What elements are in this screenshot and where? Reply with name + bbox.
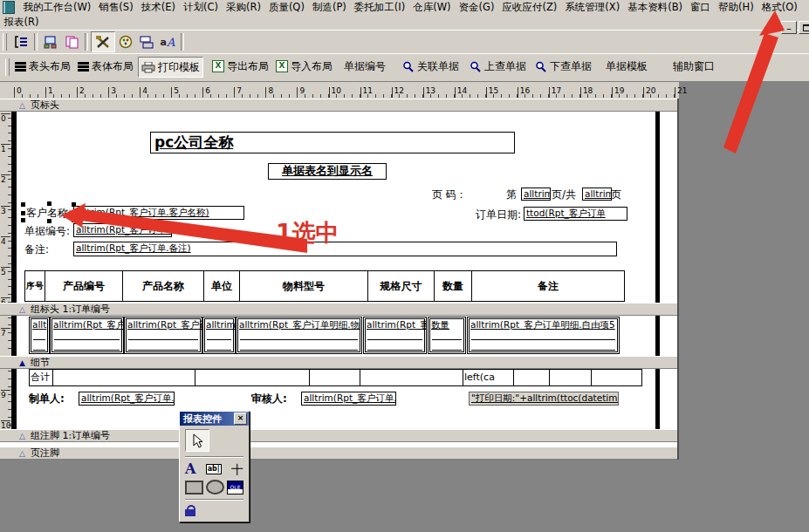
rectangle-tool[interactable]	[185, 481, 203, 494]
detail-cell[interactable]: alltrim(Rpt_客户订	[124, 317, 202, 354]
menu-item-5[interactable]: 质量(Q)	[264, 1, 308, 14]
total-cell[interactable]	[591, 369, 642, 386]
btn-lookup-down[interactable]: 下查单据	[532, 57, 594, 76]
restore-button[interactable]	[799, 21, 809, 34]
line-tool[interactable]: 十	[231, 463, 243, 475]
toolbar-grip[interactable]	[3, 33, 7, 51]
table-header-cell[interactable]: 产品名称	[122, 270, 204, 302]
lock-icon[interactable]	[185, 505, 195, 516]
palette-button[interactable]	[115, 32, 136, 51]
band-page-footer[interactable]: △ 页注脚	[0, 447, 677, 460]
detail-cell[interactable]: alltrim(Rpt_客户	[50, 317, 124, 354]
copy-button[interactable]	[61, 32, 82, 51]
table-header-row[interactable]: 序号 产品编号 产品名称 单位 物料型号 规格尺寸 数量 备注	[24, 270, 625, 302]
toolbar-grip[interactable]	[5, 58, 10, 76]
doc-no-field[interactable]: alltrim(Rpt_客户订单.单据编号)	[73, 223, 172, 237]
font-button[interactable]: aA	[157, 32, 178, 51]
auditor-field[interactable]: alltrim(Rpt_客户订单.审	[301, 392, 396, 406]
total-cell[interactable]	[513, 369, 550, 386]
layout-align-button[interactable]	[136, 32, 157, 51]
band-page-header[interactable]: △ 页标头	[0, 99, 677, 112]
print-date-field[interactable]: "打印日期:"+alltrim(ttoc(datetime	[469, 392, 619, 406]
detail-cell[interactable]: allt	[29, 317, 50, 354]
total-expression-cell[interactable]: left(ca	[463, 369, 514, 386]
table-header-cell[interactable]: 规格尺寸	[367, 270, 435, 302]
selection-handle[interactable]	[21, 202, 25, 207]
collapse-triangle-icon[interactable]: △	[19, 432, 25, 440]
close-icon[interactable]: ×	[234, 413, 247, 425]
btn-lookup-up[interactable]: 上查单据	[467, 57, 529, 76]
total-row[interactable]: 合计 left(ca	[29, 369, 642, 386]
total-cell[interactable]	[549, 369, 592, 386]
menu-item-4[interactable]: 采购(R)	[222, 1, 264, 14]
table-header-cell[interactable]: 物料型号	[239, 270, 368, 302]
menu-item-13[interactable]: 窗口	[687, 1, 715, 14]
selection-handle[interactable]	[21, 211, 25, 215]
collapse-triangle-icon[interactable]: △	[19, 101, 25, 110]
selection-handle[interactable]	[21, 218, 25, 222]
report-design-surface[interactable]: 012345678910 △ 页标头 pc公司全称 单据表名到显示名 页 码： …	[0, 99, 679, 460]
detail-cell[interactable]: alltrim(Rpt_客	[363, 317, 427, 354]
menu-item-11[interactable]: 系统管理(X)	[561, 1, 624, 14]
table-header-cell[interactable]: 产品编号	[45, 270, 123, 302]
pageno-field-2[interactable]: alltrim	[582, 188, 612, 201]
remark-label[interactable]: 备注:	[24, 243, 49, 256]
order-date-field[interactable]: ttod(Rpt_客户订单	[524, 207, 627, 221]
detail-cell[interactable]: 数量	[428, 317, 466, 354]
table-header-cell[interactable]: 序号	[24, 270, 45, 302]
selection-handle[interactable]	[47, 219, 51, 223]
maker-label[interactable]: 制单人:	[29, 392, 65, 405]
table-header-cell[interactable]: 备注	[471, 270, 625, 302]
band-group-footer[interactable]: △ 组注脚 1:订单编号	[0, 429, 677, 442]
ellipse-tool[interactable]	[206, 480, 224, 494]
textfield-tool[interactable]: ab|	[206, 464, 222, 474]
btn-import-layout[interactable]: X 导入布局	[273, 57, 335, 76]
pageno-prefix[interactable]: 第	[506, 188, 517, 201]
band-detail[interactable]: ▲ 细节	[0, 356, 677, 369]
remark-field[interactable]: alltrim(Rpt_客户订单.备注)	[73, 242, 617, 256]
doc-no-label[interactable]: 单据编号:	[24, 225, 70, 237]
total-cell[interactable]	[52, 369, 195, 386]
total-cell[interactable]	[195, 369, 310, 386]
total-cell[interactable]	[309, 369, 360, 386]
customer-field[interactable]: alltrim(Rpt_客户订单.客户名称)	[73, 206, 244, 220]
palette-titlebar[interactable]: 报表控件 ×	[180, 412, 249, 426]
tools-button[interactable]	[91, 31, 115, 52]
menu-item-7[interactable]: 委托加工(I)	[350, 1, 408, 14]
table-header-cell[interactable]: 单位	[203, 270, 240, 302]
pointer-tool[interactable]	[185, 429, 209, 452]
table-header-cell[interactable]: 数量	[434, 270, 472, 302]
btn-header-layout[interactable]: 表头布局	[12, 57, 73, 76]
collapse-triangle-icon[interactable]: ▲	[19, 358, 25, 367]
menu-item-1[interactable]: 销售(S)	[95, 1, 137, 14]
menu-item-15[interactable]: 格式(O)	[758, 1, 801, 14]
datasource-button[interactable]	[40, 32, 61, 51]
order-date-label[interactable]: 订单日期:	[476, 208, 521, 221]
menu-item-report[interactable]: 报表(R)	[0, 16, 43, 29]
band-group-header[interactable]: △ 组标头 1:订单编号	[0, 303, 677, 316]
menu-item-12[interactable]: 基本资料(B)	[624, 1, 687, 14]
btn-doc-number[interactable]: 单据编号	[341, 57, 388, 76]
menu-item-2[interactable]: 技术(E)	[137, 1, 179, 14]
customer-label-selected[interactable]: 客户名称:	[26, 207, 73, 220]
selection-handle[interactable]	[47, 201, 51, 206]
detail-cell[interactable]: alltrim(Rpt_客户订单明细.自由项5	[467, 317, 620, 354]
pageno-mid[interactable]: 页/共	[552, 188, 576, 201]
btn-doc-template[interactable]: 单据模板	[603, 57, 650, 76]
detail-cell[interactable]: alltrim	[202, 317, 236, 354]
minimize-button[interactable]: _	[781, 21, 797, 34]
ole-tool[interactable]: OLE	[227, 481, 243, 494]
detail-cell[interactable]: alltrim(Rpt_客户订单明细.物	[236, 317, 362, 354]
total-cell[interactable]	[360, 369, 463, 386]
btn-print-template[interactable]: 打印模板	[138, 57, 203, 78]
btn-related-docs[interactable]: 关联单据	[400, 57, 462, 76]
maker-field[interactable]: alltrim(Rpt_客户订单.制	[79, 392, 175, 406]
btn-body-layout[interactable]: 表体布局	[75, 57, 136, 76]
menu-item-8[interactable]: 仓库(W)	[409, 1, 455, 14]
menu-item-3[interactable]: 计划(C)	[179, 1, 222, 14]
company-name-field[interactable]: pc公司全称	[150, 132, 515, 153]
btn-export-layout[interactable]: X 导出布局	[209, 57, 271, 76]
auditor-label[interactable]: 审核人:	[251, 392, 287, 405]
total-label-cell[interactable]: 合计	[29, 369, 53, 386]
menu-item-0[interactable]: 我的工作台(W)	[19, 1, 95, 14]
